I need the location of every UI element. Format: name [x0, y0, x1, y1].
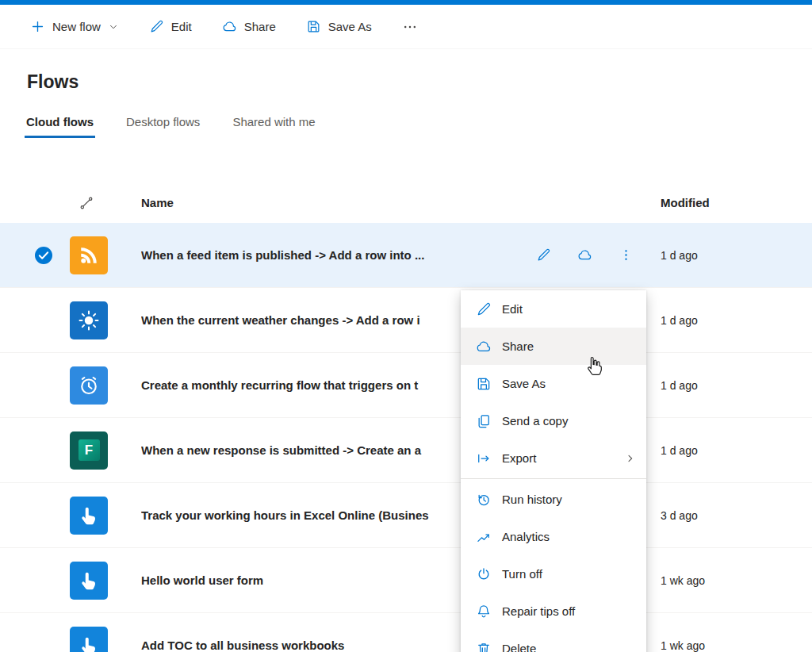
chevron-down-icon — [108, 21, 119, 33]
plus-icon — [30, 19, 45, 34]
save-as-button[interactable]: Save As — [306, 19, 372, 34]
menu-item-turn-off[interactable]: Turn off — [461, 555, 646, 593]
header-icon-cell — [70, 196, 141, 210]
flow-modified: 1 wk ago — [661, 639, 812, 652]
flow-tile-cell — [70, 627, 141, 652]
pencil-icon — [476, 301, 492, 317]
trash-icon — [476, 641, 492, 652]
menu-item-send-a-copy[interactable]: Send a copy — [461, 402, 646, 439]
button-trigger-icon — [70, 497, 108, 535]
menu-item-analytics[interactable]: Analytics — [461, 518, 646, 555]
button-trigger-icon — [70, 627, 108, 652]
share-cloud-icon — [476, 339, 492, 355]
tab-shared-with-me[interactable]: Shared with me — [231, 112, 316, 138]
new-flow-label: New flow — [52, 20, 101, 33]
flows-table: Name Modified When a feed item is publis… — [0, 182, 812, 652]
save-icon — [306, 19, 321, 34]
forms-glyph — [79, 439, 100, 461]
row-more-button[interactable] — [611, 240, 641, 270]
row-checkbox[interactable] — [0, 246, 70, 265]
flow-modified: 1 d ago — [661, 379, 812, 392]
flow-modified: 1 wk ago — [661, 574, 812, 587]
analytics-icon — [476, 529, 492, 545]
save-as-label: Save As — [328, 20, 372, 33]
menu-item-repair-tips-off[interactable]: Repair tips off — [461, 593, 646, 630]
export-icon — [476, 451, 492, 466]
tab-bar: Cloud flows Desktop flows Shared with me — [25, 112, 812, 138]
share-label: Share — [244, 20, 276, 33]
history-icon — [476, 492, 492, 508]
menu-item-delete[interactable]: Delete — [461, 630, 646, 652]
table-row[interactable]: Track your working hours in Excel Online… — [0, 483, 812, 548]
menu-item-run-history[interactable]: Run history — [461, 481, 646, 518]
menu-item-share[interactable]: Share — [461, 328, 646, 365]
edit-label: Edit — [171, 20, 192, 33]
flow-run-icon[interactable] — [79, 196, 94, 210]
more-commands-button[interactable] — [402, 19, 418, 35]
flow-tile-cell — [70, 236, 141, 274]
menu-item-export[interactable]: Export — [461, 439, 646, 477]
checked-circle-icon — [34, 246, 53, 265]
row-actions — [528, 223, 641, 287]
button-trigger-icon — [70, 562, 108, 600]
flow-modified: 3 d ago — [661, 509, 812, 522]
flow-modified: 1 d ago — [661, 249, 812, 262]
new-flow-button[interactable]: New flow — [30, 19, 119, 34]
table-row[interactable]: When a feed item is published -> Add a r… — [0, 223, 812, 288]
chevron-right-icon — [624, 452, 637, 465]
more-vertical-icon — [619, 247, 634, 263]
table-row[interactable]: Hello world user form 1 wk ago — [0, 548, 812, 613]
table-row[interactable]: Create a monthly recurring flow that tri… — [0, 353, 812, 418]
command-bar: New flow Edit Share Save As — [0, 5, 812, 49]
pencil-icon — [149, 19, 164, 34]
table-header: Name Modified — [0, 182, 812, 223]
bell-icon — [476, 604, 492, 619]
pencil-icon — [536, 247, 551, 263]
flow-tile-cell — [70, 562, 141, 600]
share-cloud-icon — [577, 247, 592, 263]
flow-tile-cell — [70, 497, 141, 535]
page-title: Flows — [27, 71, 812, 93]
flow-tile-cell — [70, 366, 141, 405]
power-icon — [476, 566, 492, 582]
forms-icon — [70, 431, 108, 470]
flow-modified: 1 d ago — [661, 314, 812, 327]
table-row[interactable]: Add TOC to all business workbooks 1 wk a… — [0, 613, 812, 652]
tab-desktop-flows[interactable]: Desktop flows — [124, 112, 201, 138]
row-edit-button[interactable] — [528, 240, 558, 270]
recurrence-icon — [70, 366, 108, 405]
flow-tile-cell — [70, 431, 141, 470]
more-horizontal-icon — [402, 19, 418, 35]
flow-modified: 1 d ago — [661, 444, 812, 457]
share-cloud-icon — [222, 19, 237, 34]
save-icon — [476, 376, 492, 392]
row-share-button[interactable] — [569, 240, 599, 270]
table-row[interactable]: When a new response is submitted -> Crea… — [0, 418, 812, 483]
column-header-name[interactable]: Name — [141, 196, 661, 209]
flow-tile-cell — [70, 301, 141, 339]
tab-cloud-flows[interactable]: Cloud flows — [25, 112, 95, 138]
column-header-modified[interactable]: Modified — [661, 196, 812, 209]
menu-divider — [461, 478, 646, 479]
rss-icon — [70, 236, 108, 274]
table-row[interactable]: When the current weather changes -> Add … — [0, 288, 812, 353]
menu-item-edit[interactable]: Edit — [461, 290, 646, 328]
weather-icon — [70, 301, 108, 339]
copy-icon — [476, 413, 492, 429]
share-button[interactable]: Share — [222, 19, 276, 34]
edit-button[interactable]: Edit — [149, 19, 192, 34]
menu-item-save-as[interactable]: Save As — [461, 365, 646, 402]
context-menu: Edit Share Save As Send a copy Export Ru… — [461, 290, 646, 652]
